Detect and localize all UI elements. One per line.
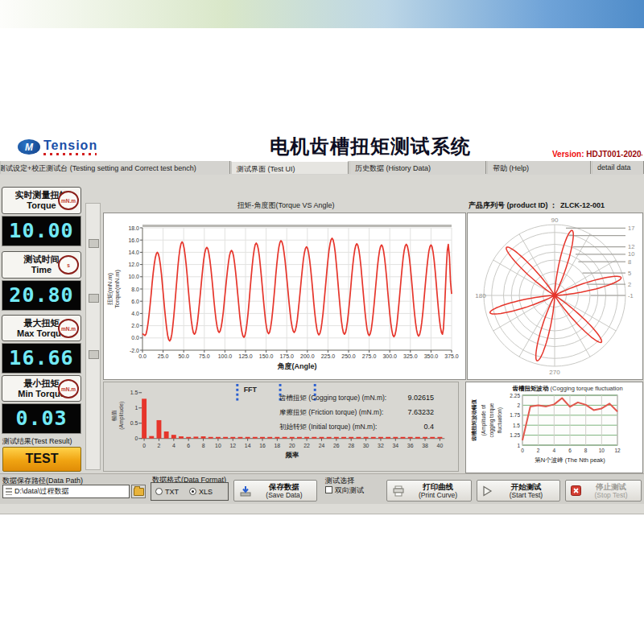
- svg-text:225.0: 225.0: [321, 353, 336, 359]
- svg-text:6: 6: [187, 443, 190, 448]
- unit-badge: mN.m: [58, 191, 79, 210]
- initial-torque-result-row: 初始转矩 (Initial torque) (mN.m): 0.4: [279, 423, 434, 432]
- svg-text:2: 2: [158, 443, 161, 448]
- scrollbar-handle[interactable]: [89, 294, 99, 303]
- svg-text:12: 12: [229, 443, 236, 448]
- result-value: 0.4: [423, 423, 434, 432]
- svg-text:齿槽扭矩波动 (Cogging torque fluctua: 齿槽扭矩波动 (Cogging torque fluctuation: [511, 385, 622, 392]
- svg-text:2.0: 2.0: [131, 323, 139, 328]
- min-torque-label-panel: 最小扭矩 Min Torque mN.m: [2, 375, 81, 402]
- svg-text:100.0: 100.0: [218, 353, 233, 359]
- vertical-scrollbar[interactable]: [85, 203, 101, 470]
- format-radio-xls[interactable]: XLS: [189, 488, 213, 496]
- svg-text:300.0: 300.0: [382, 353, 397, 359]
- scrollbar-handle[interactable]: [89, 350, 99, 359]
- svg-text:0: 0: [134, 436, 138, 441]
- tab-help[interactable]: 帮助 (Help): [487, 161, 591, 174]
- svg-text:4: 4: [172, 443, 175, 448]
- logo-subtext-dashes: [43, 153, 97, 155]
- svg-text:18: 18: [275, 443, 281, 448]
- test-result-label: 测试结果(Test Result): [2, 436, 72, 447]
- page-title: 电机齿槽扭矩测试系统: [250, 134, 491, 159]
- header-bar: M Tension 电机齿槽扭矩测试系统 Version: HDJT001-20…: [0, 0, 644, 28]
- folder-icon: [134, 488, 144, 496]
- svg-text:频率: 频率: [284, 451, 299, 459]
- data-path-value: D:\data\过程数据: [14, 486, 69, 497]
- stop-icon: [571, 485, 581, 496]
- version-value: HDJT001-2020-102: [586, 150, 642, 159]
- svg-text:16: 16: [259, 443, 266, 448]
- svg-text:36: 36: [407, 443, 414, 448]
- svg-text:14: 14: [245, 443, 251, 448]
- svg-text:12: 12: [628, 243, 634, 250]
- radio-circle-icon: [189, 488, 196, 495]
- print-curve-button[interactable]: 打印曲线 (Print Curve): [386, 480, 472, 502]
- svg-text:FFT: FFT: [244, 386, 258, 394]
- result-value: 7.63232: [407, 408, 434, 418]
- svg-text:0.5: 0.5: [130, 420, 138, 426]
- svg-text:cogging torque: cogging torque: [489, 402, 495, 437]
- button-label-en: (Stop Test): [586, 491, 636, 500]
- svg-text:175.0: 175.0: [279, 353, 294, 359]
- svg-text:17: 17: [628, 225, 634, 232]
- data-path-input[interactable]: D:\data\过程数据: [2, 485, 130, 498]
- result-value: 9.02615: [407, 394, 434, 403]
- svg-text:10.0: 10.0: [128, 274, 139, 279]
- svg-text:1.75: 1.75: [510, 412, 520, 418]
- tab-label: 历史数据 (History Data): [355, 164, 431, 172]
- bottom-strip: [0, 504, 644, 514]
- svg-text:10: 10: [215, 443, 221, 448]
- svg-text:fluctuation): fluctuation): [497, 407, 503, 433]
- stop-test-button[interactable]: 停止测试 (Stop Test): [565, 480, 642, 502]
- tension-logo: M Tension: [14, 135, 106, 159]
- tab-detail-data[interactable]: detail data: [592, 161, 644, 174]
- svg-text:0: 0: [521, 448, 524, 453]
- tab-test-setting[interactable]: 测试设定+校正测试台 (Testing setting and Correct …: [0, 161, 230, 174]
- radio-label: XLS: [199, 488, 213, 496]
- button-label-cn: 打印曲线: [410, 482, 466, 491]
- svg-text:10: 10: [599, 448, 605, 453]
- torque-angle-chart-title: 扭矩-角度图(Torque VS Angle): [129, 200, 443, 211]
- fluctuation-chart: 11.251.51.7522.25024681012齿槽扭矩波动 (Coggin…: [465, 382, 643, 473]
- svg-text:180: 180: [475, 292, 486, 299]
- tab-history-data[interactable]: 历史数据 (History Data): [349, 161, 486, 174]
- svg-text:38: 38: [422, 443, 428, 448]
- svg-text:2: 2: [517, 402, 520, 408]
- save-data-button[interactable]: 保存数据 (Save Data): [233, 480, 317, 502]
- svg-text:1: 1: [517, 443, 520, 448]
- svg-text:12.0: 12.0: [128, 262, 139, 267]
- format-radio-txt[interactable]: TXT: [155, 488, 179, 496]
- test-result-button[interactable]: TEST: [2, 447, 81, 472]
- svg-text:2: 2: [628, 281, 631, 288]
- scrollbar-handle[interactable]: [89, 239, 99, 248]
- svg-text:24: 24: [319, 443, 325, 448]
- printer-icon: [392, 485, 405, 497]
- unit-badge: mN.m: [58, 379, 79, 398]
- svg-text:6: 6: [568, 448, 572, 453]
- start-test-button[interactable]: 开始测试 (Start Test): [477, 480, 560, 502]
- tab-test-ui[interactable]: 测试界面 (Test UI): [231, 161, 349, 174]
- logo-mark-icon: M: [18, 139, 40, 155]
- polar-rose-chart: 171210852-190180270: [467, 213, 643, 380]
- svg-text:6.0: 6.0: [131, 299, 139, 304]
- product-id-label: 产品序列号 (product ID) ：: [469, 201, 557, 209]
- product-id-row: 产品序列号 (product ID) ：ZLCK-12-001: [469, 200, 605, 211]
- browse-button[interactable]: [131, 485, 146, 498]
- bidirectional-checkbox-row[interactable]: 双向测试: [325, 485, 364, 496]
- svg-text:40: 40: [437, 443, 444, 448]
- version-text: Version: HDJT001-2020-102: [552, 150, 642, 159]
- checkbox-icon[interactable]: [325, 486, 332, 493]
- svg-text:375.0: 375.0: [444, 353, 459, 359]
- torque-angle-chart: 0.025.050.075.0100.0125.0150.0175.0200.0…: [103, 213, 466, 380]
- svg-text:5: 5: [628, 270, 631, 277]
- time-label-panel: 测试时间 Time s: [2, 251, 81, 279]
- svg-text:270: 270: [549, 369, 560, 376]
- svg-text:10: 10: [628, 250, 634, 258]
- svg-text:34: 34: [392, 443, 398, 448]
- svg-text:8: 8: [202, 443, 205, 448]
- svg-text:扭矩(mN.m): 扭矩(mN.m): [106, 273, 114, 305]
- radio-label: TXT: [165, 488, 179, 496]
- svg-text:75.0: 75.0: [199, 353, 210, 359]
- button-label-en: (Print Curve): [410, 491, 466, 500]
- svg-text:20: 20: [289, 443, 295, 448]
